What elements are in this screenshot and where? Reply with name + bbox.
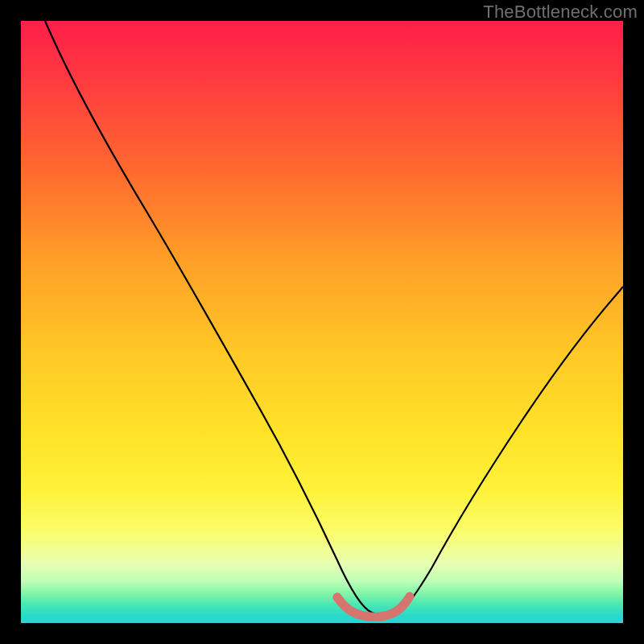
chart-frame: TheBottleneck.com [0, 0, 644, 644]
watermark-text: TheBottleneck.com [483, 2, 638, 23]
plot-area [21, 21, 623, 623]
curve-layer [21, 21, 623, 623]
flat-highlight [337, 597, 410, 617]
highlight-start-dot [333, 593, 342, 602]
bottleneck-curve [45, 21, 623, 616]
